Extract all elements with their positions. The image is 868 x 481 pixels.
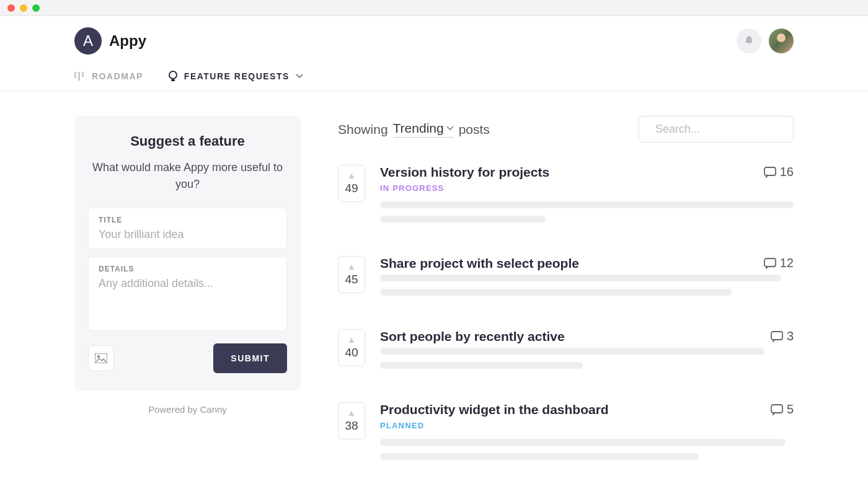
svg-rect-9 xyxy=(764,167,776,175)
details-field-group: DETAILS xyxy=(88,257,287,331)
post-excerpt-placeholder xyxy=(380,201,794,208)
vote-button[interactable]: ▲ 40 xyxy=(338,329,365,366)
title-input[interactable] xyxy=(99,228,277,241)
comments-count[interactable]: 16 xyxy=(764,165,794,179)
title-label: TITLE xyxy=(99,216,277,224)
search-box[interactable] xyxy=(639,116,794,143)
svg-rect-11 xyxy=(771,332,782,340)
attach-image-button[interactable] xyxy=(88,345,114,371)
window-close-button[interactable] xyxy=(7,4,15,12)
post-excerpt-placeholder xyxy=(380,348,764,355)
vote-count: 38 xyxy=(345,419,358,433)
post-status: IN PROGRESS xyxy=(380,183,549,193)
header: A Appy xyxy=(0,16,868,55)
post-excerpt-placeholder xyxy=(380,289,732,296)
post-status: PLANNED xyxy=(380,421,609,430)
vote-button[interactable]: ▲ 38 xyxy=(338,402,365,439)
svg-rect-0 xyxy=(74,72,76,78)
post-header: Productivity widget in the dashboard PLA… xyxy=(380,402,794,439)
sort-value: Trending xyxy=(393,121,444,136)
nav-feature-requests-label: FEATURE REQUESTS xyxy=(184,71,290,81)
svg-rect-2 xyxy=(82,72,84,77)
brand-logo: A xyxy=(74,27,102,55)
comment-icon xyxy=(764,258,776,269)
post-title: Productivity widget in the dashboard xyxy=(380,402,609,417)
post-excerpt-placeholder xyxy=(380,275,781,281)
form-actions: SUBMIT xyxy=(88,343,287,373)
roadmap-icon xyxy=(74,72,86,81)
comments-count[interactable]: 5 xyxy=(771,402,794,417)
post-body: Version history for projects IN PROGRESS… xyxy=(380,165,794,230)
svg-point-3 xyxy=(169,71,177,79)
sidebar: Suggest a feature What would make Appy m… xyxy=(74,116,301,481)
vote-button[interactable]: ▲ 49 xyxy=(338,165,365,202)
comment-icon xyxy=(771,331,783,342)
vote-count: 40 xyxy=(345,346,358,360)
post-item[interactable]: ▲ 45 Share project with select people 12 xyxy=(338,256,794,303)
user-avatar[interactable] xyxy=(769,29,794,53)
vote-button[interactable]: ▲ 45 xyxy=(338,256,365,293)
comments-number: 3 xyxy=(787,329,794,343)
post-item[interactable]: ▲ 40 Sort people by recently active 3 xyxy=(338,329,794,376)
post-title: Version history for projects xyxy=(380,165,549,180)
post-item[interactable]: ▲ 49 Version history for projects IN PRO… xyxy=(338,165,794,230)
post-header: Version history for projects IN PROGRESS… xyxy=(380,165,794,201)
details-textarea[interactable] xyxy=(99,277,277,320)
window-titlebar xyxy=(0,0,868,16)
nav-feature-requests[interactable]: FEATURE REQUESTS xyxy=(168,71,303,82)
post-excerpt-placeholder xyxy=(380,216,546,223)
vote-count: 49 xyxy=(345,182,358,195)
bell-icon xyxy=(743,35,755,46)
header-actions xyxy=(737,29,794,53)
post-excerpt-placeholder xyxy=(380,453,699,460)
nav-roadmap-label: ROADMAP xyxy=(92,71,143,81)
brand-name: Appy xyxy=(109,32,146,50)
sort-dropdown[interactable]: Trending xyxy=(393,121,454,138)
image-icon xyxy=(95,353,107,363)
powered-by-text[interactable]: Powered by Canny xyxy=(74,404,301,415)
details-label: DETAILS xyxy=(99,265,277,273)
comments-number: 5 xyxy=(787,402,794,417)
nav-roadmap[interactable]: ROADMAP xyxy=(74,71,143,82)
upvote-arrow-icon: ▲ xyxy=(347,408,356,418)
svg-rect-10 xyxy=(764,258,776,267)
post-body: Productivity widget in the dashboard PLA… xyxy=(380,402,794,467)
showing-prefix: Showing xyxy=(338,122,388,137)
search-input[interactable] xyxy=(655,123,799,136)
svg-point-6 xyxy=(97,355,100,358)
upvote-arrow-icon: ▲ xyxy=(347,170,356,180)
upvote-arrow-icon: ▲ xyxy=(347,335,356,345)
showing-suffix: posts xyxy=(459,122,490,137)
post-body: Sort people by recently active 3 xyxy=(380,329,794,376)
post-title: Share project with select people xyxy=(380,256,579,271)
post-excerpt-placeholder xyxy=(380,439,786,446)
content-header: Showing Trending posts xyxy=(338,116,794,143)
chevron-down-icon xyxy=(446,126,454,131)
post-item[interactable]: ▲ 38 Productivity widget in the dashboar… xyxy=(338,402,794,467)
svg-rect-1 xyxy=(78,72,80,81)
vote-count: 45 xyxy=(345,273,358,286)
comments-count[interactable]: 3 xyxy=(771,329,794,343)
comment-icon xyxy=(771,404,783,415)
showing-text: Showing Trending posts xyxy=(338,121,490,138)
window-minimize-button[interactable] xyxy=(20,4,27,12)
post-title: Sort people by recently active xyxy=(380,329,565,344)
posts-list: ▲ 49 Version history for projects IN PRO… xyxy=(338,165,794,467)
comment-icon xyxy=(764,167,776,178)
lightbulb-icon xyxy=(168,71,178,82)
svg-rect-4 xyxy=(171,79,175,81)
upvote-arrow-icon: ▲ xyxy=(347,262,356,271)
window-maximize-button[interactable] xyxy=(32,4,40,12)
post-header: Share project with select people 12 xyxy=(380,256,794,275)
brand[interactable]: A Appy xyxy=(74,27,146,55)
submit-button[interactable]: SUBMIT xyxy=(213,343,287,373)
post-excerpt-placeholder xyxy=(380,362,583,369)
comments-number: 12 xyxy=(780,256,794,270)
comments-count[interactable]: 12 xyxy=(764,256,794,270)
notifications-button[interactable] xyxy=(737,29,761,53)
svg-rect-12 xyxy=(771,405,782,413)
suggest-subtitle: What would make Appy more useful to you? xyxy=(88,159,287,193)
suggest-title: Suggest a feature xyxy=(88,133,287,149)
post-body: Share project with select people 12 xyxy=(380,256,794,303)
post-header: Sort people by recently active 3 xyxy=(380,329,794,348)
